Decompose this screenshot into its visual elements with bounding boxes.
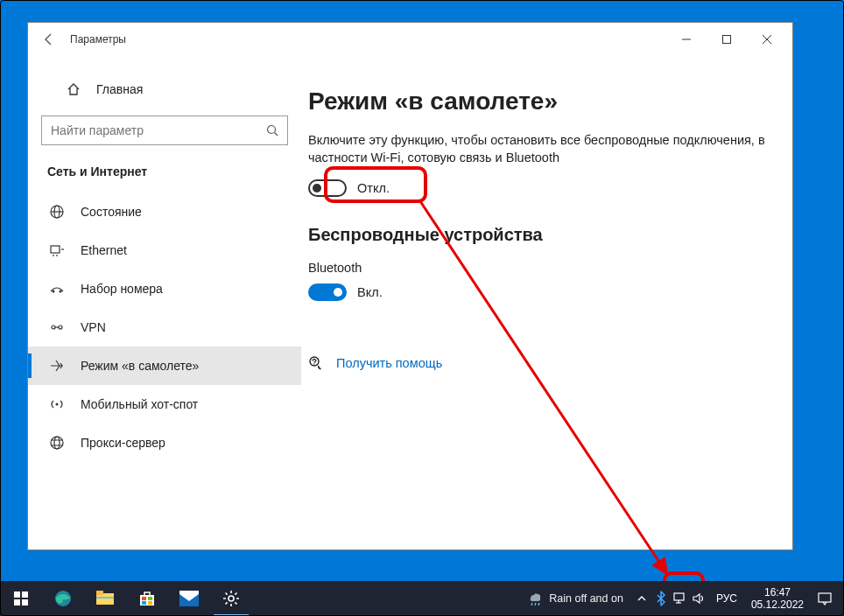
svg-point-18 [54, 437, 60, 449]
page-title: Режим «в самолете» [308, 88, 766, 116]
svg-point-13 [52, 326, 55, 329]
window-title: Параметры [70, 33, 126, 46]
svg-rect-30 [96, 597, 114, 598]
settings-window: Параметры Главная Сеть и Интернет [27, 22, 793, 550]
taskbar: Rain off and on РУС 16:47 05.12.2022 [0, 581, 844, 616]
home-nav[interactable]: Главная [37, 72, 301, 107]
proxy-icon [47, 435, 67, 451]
svg-rect-1 [723, 36, 731, 44]
sidebar-item-label: Ethernet [81, 243, 127, 257]
taskbar-store-icon[interactable] [126, 581, 168, 616]
airplane-toggle-label: Откл. [357, 181, 390, 195]
sidebar-item-label: VPN [81, 320, 106, 334]
weather-text: Rain off and on [549, 592, 623, 605]
sidebar-item-label: Мобильный хот-спот [81, 397, 198, 411]
svg-rect-23 [14, 592, 20, 598]
bluetooth-label: Bluetooth [308, 261, 766, 275]
taskbar-settings-icon[interactable] [210, 581, 252, 616]
globe-icon [47, 204, 67, 220]
search-icon [266, 124, 278, 136]
sidebar-item-proxy[interactable]: Прокси-сервер [28, 424, 301, 462]
bluetooth-toggle[interactable] [308, 284, 347, 301]
sidebar-item-label: Прокси-сервер [81, 436, 165, 450]
close-button[interactable] [747, 23, 787, 56]
tray-chevron-up-icon[interactable] [632, 581, 651, 616]
svg-point-17 [51, 437, 63, 449]
svg-point-16 [56, 403, 59, 406]
svg-point-12 [60, 290, 62, 293]
sidebar-item-dialup[interactable]: Набор номера [28, 270, 301, 308]
sidebar-item-ethernet[interactable]: Ethernet [28, 231, 301, 270]
svg-point-37 [229, 596, 234, 601]
dialup-icon [47, 281, 67, 297]
svg-line-40 [538, 603, 539, 606]
svg-rect-35 [148, 601, 152, 605]
sidebar-item-vpn[interactable]: VPN [28, 308, 301, 346]
sidebar-item-status[interactable]: Состояние [28, 192, 301, 231]
tray-bluetooth-icon[interactable] [651, 581, 671, 616]
sidebar-item-airplane[interactable]: Режим «в самолете» [28, 346, 301, 385]
svg-rect-25 [14, 599, 20, 606]
sidebar-item-label: Режим «в самолете» [81, 359, 199, 373]
start-button[interactable] [0, 581, 42, 616]
svg-rect-7 [51, 246, 60, 253]
search-box[interactable] [41, 116, 288, 145]
svg-point-11 [53, 290, 55, 293]
airplane-mode-toggle[interactable] [308, 179, 347, 197]
svg-rect-44 [819, 593, 831, 602]
taskbar-explorer-icon[interactable] [84, 581, 126, 616]
tray-language[interactable]: РУС [716, 592, 737, 605]
svg-rect-32 [142, 597, 146, 600]
sidebar-item-hotspot[interactable]: Мобильный хот-спот [28, 385, 301, 424]
svg-line-38 [531, 603, 532, 606]
help-link-row[interactable]: Получить помощь [308, 355, 766, 371]
svg-rect-24 [22, 592, 28, 598]
tray-volume-icon[interactable] [690, 581, 709, 616]
svg-rect-34 [142, 601, 146, 605]
help-link[interactable]: Получить помощь [336, 356, 442, 370]
sidebar-item-label: Набор номера [81, 282, 163, 296]
clock-date: 05.12.2022 [751, 598, 804, 611]
section-heading: Сеть и Интернет [47, 164, 301, 178]
svg-rect-26 [22, 599, 28, 606]
ethernet-icon [47, 242, 67, 258]
sidebar: Главная Сеть и Интернет Состояние Ethern… [28, 56, 301, 550]
svg-rect-41 [674, 593, 684, 600]
weather-icon [526, 590, 544, 607]
svg-line-39 [535, 603, 536, 606]
tray-action-center-icon[interactable] [811, 592, 839, 606]
tray-network-icon[interactable] [671, 581, 690, 616]
tray-clock[interactable]: 16:47 05.12.2022 [751, 586, 804, 612]
svg-point-14 [59, 326, 62, 329]
taskbar-mail-icon[interactable] [168, 581, 210, 616]
svg-point-2 [268, 126, 276, 134]
svg-rect-33 [148, 597, 152, 600]
page-description: Включите эту функцию, чтобы остановить в… [308, 131, 766, 167]
help-icon [308, 355, 324, 371]
sidebar-item-label: Состояние [81, 205, 142, 219]
back-button[interactable] [28, 23, 70, 56]
home-icon [65, 82, 82, 96]
svg-line-3 [275, 133, 278, 136]
taskbar-weather[interactable]: Rain off and on [526, 590, 623, 607]
clock-time: 16:47 [751, 586, 804, 598]
svg-rect-29 [96, 591, 103, 595]
maximize-button[interactable] [707, 23, 747, 56]
content-pane: Режим «в самолете» Включите эту функцию,… [301, 56, 792, 550]
minimize-button[interactable] [666, 23, 707, 56]
taskbar-edge-icon[interactable] [42, 581, 84, 616]
vpn-icon [47, 319, 67, 335]
titlebar: Параметры [28, 23, 792, 56]
hotspot-icon [47, 396, 67, 412]
airplane-icon [47, 358, 67, 374]
bluetooth-toggle-label: Вкл. [357, 285, 383, 299]
search-input[interactable] [51, 123, 244, 137]
home-label: Главная [96, 82, 143, 96]
wireless-heading: Беспроводные устройства [308, 225, 766, 245]
